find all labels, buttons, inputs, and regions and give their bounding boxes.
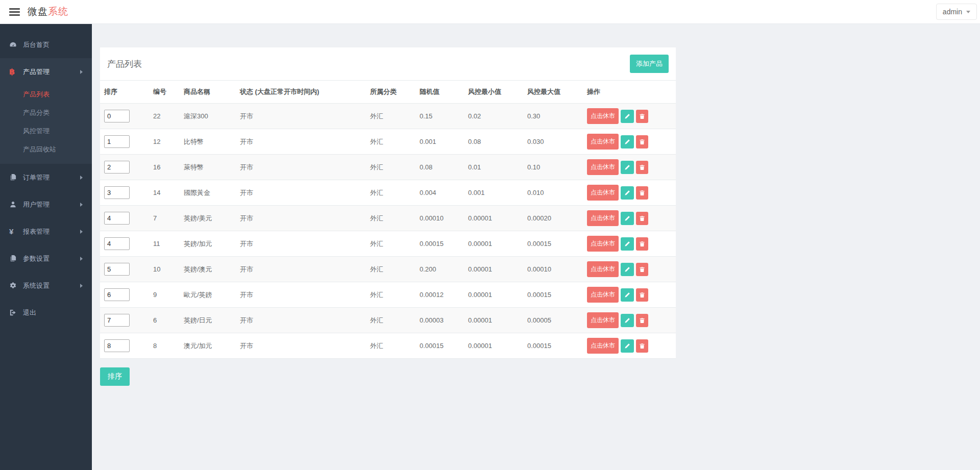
- user-dropdown[interactable]: admin: [936, 4, 977, 20]
- sort-cell: [100, 155, 149, 180]
- product-table: 排序 编号 商品名稱 状态 (大盘正常开市时间内) 所属分类 随机值 风控最小值…: [100, 80, 676, 359]
- close-market-button[interactable]: 点击休市: [587, 312, 619, 328]
- delete-button[interactable]: [636, 110, 648, 123]
- delete-button[interactable]: [636, 135, 648, 149]
- sort-input[interactable]: [104, 263, 130, 276]
- random-value-cell: 0.004: [415, 180, 464, 206]
- product-name-cell: 英鎊/美元: [180, 206, 236, 231]
- sidebar-item-label: 退出: [23, 308, 36, 317]
- product-category-cell: 外汇: [366, 333, 415, 359]
- close-market-button[interactable]: 点击休市: [587, 261, 619, 277]
- trash-icon: [639, 215, 645, 221]
- documents-icon: [9, 255, 23, 262]
- table-header-row: 排序 编号 商品名稱 状态 (大盘正常开市时间内) 所属分类 随机值 风控最小值…: [100, 81, 676, 104]
- product-category-cell: 外汇: [366, 180, 415, 206]
- close-market-button[interactable]: 点击休市: [587, 134, 619, 150]
- close-market-button[interactable]: 点击休市: [587, 236, 619, 252]
- sidebar-item-order-management[interactable]: 订单管理: [0, 164, 92, 191]
- edit-button[interactable]: [621, 135, 634, 149]
- close-market-button[interactable]: 点击休市: [587, 338, 619, 354]
- risk-max-cell: 0.00015: [523, 282, 583, 308]
- delete-button[interactable]: [636, 237, 648, 251]
- col-header-random: 随机值: [415, 81, 464, 104]
- logo-accent: 系统: [48, 6, 68, 17]
- add-product-button[interactable]: 添加产品: [630, 55, 669, 73]
- close-market-button[interactable]: 点击休市: [587, 287, 619, 303]
- sidebar: 后台首页 ฿ 产品管理 产品列表 产品分类 风控管理 产品回收站 订单管理: [0, 24, 92, 470]
- random-value-cell: 0.200: [415, 257, 464, 282]
- sort-input[interactable]: [104, 186, 130, 199]
- risk-min-cell: 0.00001: [464, 257, 523, 282]
- sort-input[interactable]: [104, 237, 130, 250]
- delete-button[interactable]: [636, 161, 648, 174]
- close-market-button[interactable]: 点击休市: [587, 108, 619, 124]
- sidebar-item-product-management[interactable]: ฿ 产品管理: [0, 58, 92, 85]
- table-row: 22 滬深300 开市 外汇 0.15 0.02 0.30 点击休市: [100, 104, 676, 129]
- sidebar-item-user-management[interactable]: 用户管理: [0, 191, 92, 218]
- table-row: 12 比特幣 开市 外汇 0.001 0.08 0.030 点击休市: [100, 129, 676, 155]
- sidebar-item-risk-management[interactable]: 风控管理: [0, 122, 92, 140]
- delete-button[interactable]: [636, 186, 648, 200]
- product-category-cell: 外汇: [366, 257, 415, 282]
- sidebar-item-parameter-settings[interactable]: 参数设置: [0, 245, 92, 272]
- edit-button[interactable]: [621, 110, 634, 123]
- product-category-cell: 外汇: [366, 231, 415, 257]
- col-header-name: 商品名稱: [180, 81, 236, 104]
- edit-button[interactable]: [621, 186, 634, 200]
- sidebar-item-system-settings[interactable]: 系统设置: [0, 272, 92, 299]
- table-row: 6 英鎊/日元 开市 外汇 0.00003 0.00001 0.00005 点击…: [100, 308, 676, 333]
- product-category-cell: 外汇: [366, 104, 415, 129]
- delete-button[interactable]: [636, 263, 648, 276]
- sidebar-item-product-recycle-bin[interactable]: 产品回收站: [0, 140, 92, 159]
- sort-input[interactable]: [104, 339, 130, 352]
- edit-button[interactable]: [621, 314, 634, 327]
- trash-icon: [639, 164, 645, 170]
- menu-toggle-icon[interactable]: [9, 7, 20, 17]
- edit-button[interactable]: [621, 339, 634, 353]
- sort-input[interactable]: [104, 212, 130, 225]
- product-status-cell: 开市: [236, 180, 366, 206]
- close-market-button[interactable]: 点击休市: [587, 210, 619, 226]
- risk-max-cell: 0.10: [523, 155, 583, 180]
- close-market-button[interactable]: 点击休市: [587, 185, 619, 201]
- bitcoin-icon: ฿: [9, 67, 23, 77]
- product-name-cell: 英鎊/澳元: [180, 257, 236, 282]
- edit-button[interactable]: [621, 237, 634, 251]
- edit-button[interactable]: [621, 212, 634, 225]
- sidebar-item-logout[interactable]: 退出: [0, 299, 92, 326]
- sidebar-item-report-management[interactable]: ¥ 报表管理: [0, 218, 92, 245]
- random-value-cell: 0.00003: [415, 308, 464, 333]
- sort-input[interactable]: [104, 135, 130, 148]
- sort-input[interactable]: [104, 110, 130, 122]
- sort-input[interactable]: [104, 288, 130, 301]
- col-header-risk-max: 风控最大值: [523, 81, 583, 104]
- close-market-button[interactable]: 点击休市: [587, 159, 619, 175]
- product-name-cell: 萊特幣: [180, 155, 236, 180]
- sidebar-item-product-category[interactable]: 产品分类: [0, 104, 92, 122]
- trash-icon: [639, 113, 645, 119]
- sidebar-item-product-list[interactable]: 产品列表: [0, 85, 92, 104]
- sidebar-item-label: 产品管理: [23, 67, 50, 77]
- actions-cell: 点击休市: [583, 257, 676, 282]
- delete-button[interactable]: [636, 212, 648, 225]
- random-value-cell: 0.00010: [415, 206, 464, 231]
- table-row: 7 英鎊/美元 开市 外汇 0.00010 0.00001 0.00020 点击…: [100, 206, 676, 231]
- sort-submit-button[interactable]: 排序: [100, 367, 130, 386]
- product-status-cell: 开市: [236, 104, 366, 129]
- delete-button[interactable]: [636, 339, 648, 353]
- product-name-cell: 國際黃金: [180, 180, 236, 206]
- edit-button[interactable]: [621, 263, 634, 276]
- sort-input[interactable]: [104, 161, 130, 174]
- delete-button[interactable]: [636, 288, 648, 302]
- sort-input[interactable]: [104, 314, 130, 327]
- sidebar-item-dashboard[interactable]: 后台首页: [0, 31, 92, 58]
- product-id-cell: 14: [149, 180, 180, 206]
- sidebar-item-label: 参数设置: [23, 254, 50, 263]
- product-status-cell: 开市: [236, 155, 366, 180]
- delete-button[interactable]: [636, 314, 648, 327]
- edit-button[interactable]: [621, 288, 634, 302]
- product-status-cell: 开市: [236, 333, 366, 359]
- product-id-cell: 16: [149, 155, 180, 180]
- product-id-cell: 11: [149, 231, 180, 257]
- edit-button[interactable]: [621, 161, 634, 174]
